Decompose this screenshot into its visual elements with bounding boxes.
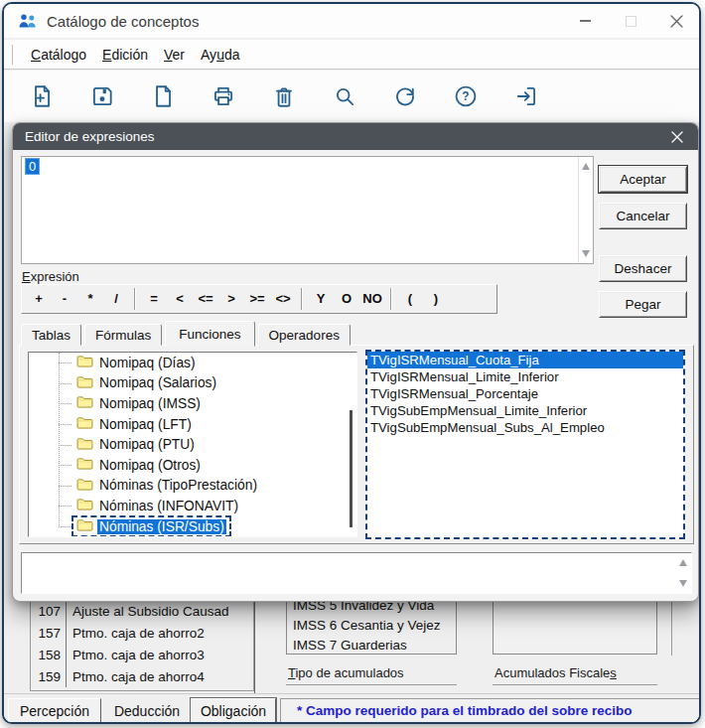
window-title: Catálogo de conceptos: [47, 13, 199, 30]
description-scrollbar[interactable]: [676, 553, 691, 593]
accumulated-types-list[interactable]: IMSS 5 Invalidez y VidaIMSS 6 Cesantia y…: [286, 596, 457, 655]
function-item-tvigisrmensual-porcentaje[interactable]: TVigISRMensual_Porcentaje: [367, 385, 683, 402]
operator-not-button[interactable]: NO: [359, 287, 385, 311]
bottom-bar-divider: [4, 693, 699, 694]
tree-item-nomipaq-imss[interactable]: Nomipaq (IMSS): [29, 393, 356, 414]
print-icon[interactable]: [210, 82, 237, 110]
tab-operadores[interactable]: Operadores: [258, 324, 351, 346]
tab-deduccion[interactable]: Deducción: [105, 698, 189, 724]
scroll-up-icon[interactable]: [582, 163, 590, 170]
tree-scrollbar-thumb[interactable]: [350, 410, 352, 527]
menu-item-catalogo[interactable]: Catálogo: [23, 43, 94, 67]
tab-formulas[interactable]: Fórmulas: [84, 324, 162, 346]
accumulated-types-label: Tipo de acumulados: [288, 665, 404, 680]
category-tabs: TablasFórmulasFuncionesOperadores: [21, 321, 353, 346]
concept-name-cell: Ptmo. caja de ahorro4: [67, 669, 205, 684]
tree-item-nomipaq-dias[interactable]: Nomipaq (Días): [29, 353, 356, 373]
operator-greater-equal-button[interactable]: >=: [244, 287, 270, 311]
fiscal-accumulated-list[interactable]: [493, 596, 657, 655]
operator-less-equal-button[interactable]: <=: [193, 287, 218, 311]
operator-plus-button[interactable]: +: [26, 287, 52, 311]
close-button[interactable]: [653, 4, 699, 38]
table-row[interactable]: 157Ptmo. caja de ahorro2: [31, 622, 253, 644]
folder-icon: [76, 457, 93, 473]
folder-icon: [76, 498, 93, 513]
tree-item-content: Nomipaq (Salarios): [74, 375, 220, 391]
tree-item-nominas-infonavit[interactable]: Nóminas (INFONAVIT): [29, 496, 356, 516]
tree-item-nomipaq-lft[interactable]: Nomipaq (LFT): [29, 414, 356, 435]
tree-item-nomipaq-ptu[interactable]: Nomipaq (PTU): [29, 434, 356, 455]
tab-obligacion[interactable]: Obligación: [191, 698, 276, 724]
operator-less-than-button[interactable]: <: [167, 287, 193, 311]
function-list[interactable]: TVigISRMensual_Cuota_FijaTVigISRMensual_…: [365, 350, 685, 539]
paste-button[interactable]: Pegar: [599, 291, 687, 318]
tree-item-nomipaq-salarios[interactable]: Nomipaq (Salarios): [29, 373, 356, 394]
table-row[interactable]: 159Ptmo. caja de ahorro4: [31, 665, 253, 687]
minimize-button[interactable]: [562, 4, 608, 38]
folder-icon: [76, 518, 93, 534]
list-item[interactable]: IMSS 7 Guarderias: [287, 636, 456, 655]
accept-button[interactable]: Aceptar: [599, 166, 687, 193]
exit-icon[interactable]: [512, 82, 540, 110]
concept-number-cell: 157: [31, 622, 67, 644]
tree-item-content: Nóminas (ISR/Subs): [74, 518, 228, 534]
tree-item-nomipaq-otros[interactable]: Nomipaq (Otros): [29, 455, 356, 476]
operator-or-button[interactable]: O: [334, 287, 359, 311]
table-row[interactable]: 158Ptmo. caja de ahorro3: [31, 644, 253, 665]
operator-not-equal-button[interactable]: <>: [270, 287, 296, 311]
operator-open-paren-button[interactable]: (: [397, 287, 423, 311]
dialog-close-icon[interactable]: [668, 128, 686, 146]
tree-item-content: Nomipaq (Otros): [74, 457, 205, 473]
expression-input[interactable]: 0: [21, 156, 594, 264]
function-item-tvigsubempmensual-subs-al-empleo[interactable]: TVigSubEmpMensual_Subs_Al_Empleo: [367, 419, 683, 436]
menu-grip-handle[interactable]: [12, 45, 15, 65]
cancel-button[interactable]: Cancelar: [599, 203, 687, 229]
menu-item-edicion[interactable]: Edición: [94, 43, 156, 67]
tab-funciones[interactable]: Funciones: [165, 321, 254, 347]
delete-icon[interactable]: [270, 82, 298, 110]
undo-button[interactable]: Deshacer: [599, 255, 687, 282]
operator-multiply-button[interactable]: *: [77, 287, 103, 311]
menu-item-ayuda[interactable]: Ayuda: [193, 43, 247, 67]
tab-percepcion[interactable]: Percepción: [8, 698, 101, 724]
tree-item-content: Nomipaq (Días): [74, 355, 200, 370]
new-document-icon[interactable]: [28, 82, 56, 110]
blank-document-icon[interactable]: [149, 82, 177, 110]
save-icon[interactable]: [88, 82, 116, 110]
tree-item-nominas-isr-subs[interactable]: Nóminas (ISR/Subs): [29, 516, 356, 537]
menu-item-ver[interactable]: Ver: [156, 43, 193, 67]
function-item-tvigsubempmensual-limite-inferior[interactable]: TVigSubEmpMensual_Limite_Inferior: [367, 402, 683, 419]
operator-minus-button[interactable]: -: [52, 287, 77, 311]
undo-icon[interactable]: [391, 82, 419, 110]
tree-item-label: Nomipaq (IMSS): [97, 396, 203, 411]
maximize-button[interactable]: [608, 4, 653, 38]
expression-label: Expresión: [22, 269, 79, 284]
scroll-down-icon[interactable]: [679, 580, 687, 587]
dialog-title: Editor de expresiones: [25, 129, 155, 144]
function-item-tvigisrmensual-cuota-fija[interactable]: TVigISRMensual_Cuota_Fija: [367, 352, 683, 368]
tree-item-label: Nóminas (TipoPrestación): [97, 478, 259, 493]
table-row[interactable]: 107Ajuste al Subsidio Causad: [31, 600, 253, 622]
tab-tablas[interactable]: Tablas: [21, 324, 81, 346]
search-icon[interactable]: [331, 82, 358, 110]
operator-equals-button[interactable]: =: [141, 287, 167, 311]
concepts-table[interactable]: 107Ajuste al Subsidio Causad157Ptmo. caj…: [30, 600, 254, 691]
tree-item-content: Nóminas (TipoPrestación): [74, 478, 261, 494]
tree-item-label: Nomipaq (Días): [97, 356, 198, 370]
concept-name-cell: Ptmo. caja de ahorro3: [67, 648, 205, 662]
description-area[interactable]: [21, 552, 692, 594]
folder-icon: [76, 395, 93, 411]
scroll-up-icon[interactable]: [679, 559, 687, 566]
operator-close-paren-button[interactable]: ): [423, 287, 449, 311]
help-icon[interactable]: ?: [452, 82, 480, 110]
dialog-titlebar: Editor de expresiones: [13, 123, 698, 150]
tree-item-nominas-tipoprestacion[interactable]: Nóminas (TipoPrestación): [29, 476, 356, 497]
expression-scrollbar[interactable]: [578, 157, 593, 263]
operator-divide-button[interactable]: /: [103, 287, 129, 311]
scroll-down-icon[interactable]: [582, 250, 590, 257]
list-item[interactable]: IMSS 6 Cesantia y Vejez: [287, 616, 456, 636]
function-item-tvigisrmensual-limite-inferior[interactable]: TVigISRMensual_Limite_Inferior: [367, 368, 683, 385]
operator-and-button[interactable]: Y: [308, 287, 334, 311]
category-tree[interactable]: Nomipaq (Días)Nomipaq (Salarios)Nomipaq …: [28, 352, 357, 537]
operator-greater-than-button[interactable]: >: [218, 287, 244, 311]
